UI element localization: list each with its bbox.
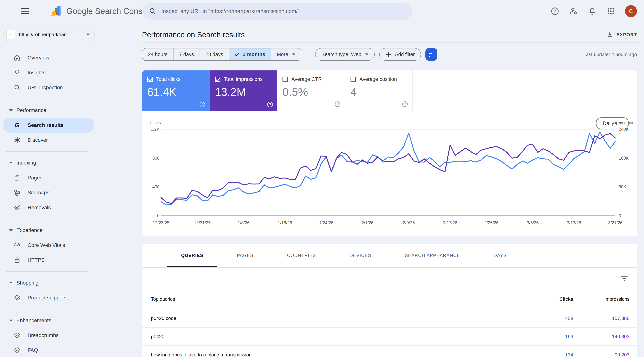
average-position-card[interactable]: Average position 4 ? [345, 70, 412, 111]
layers-icon [14, 332, 21, 339]
range-7-days[interactable]: 7 days [173, 48, 200, 60]
total-impressions-value: 13.2M [215, 86, 272, 98]
toolbar-divider [308, 48, 308, 61]
column-impressions[interactable]: Impressions [573, 296, 630, 302]
hamburger-menu-icon[interactable] [21, 8, 29, 14]
speedometer-icon [14, 242, 21, 249]
average-position-value: 4 [350, 86, 407, 98]
sidebar-item-insights[interactable]: Insights [0, 65, 98, 80]
sidebar-item-removals[interactable]: Removals [0, 200, 98, 215]
sidebar-item-product-snippets[interactable]: Product snippets [0, 290, 98, 305]
help-icon[interactable]: ? [335, 101, 340, 107]
tab-countries[interactable]: COUNTRIES [270, 244, 333, 267]
table-row[interactable]: p0420 166 140,803 [142, 328, 637, 346]
help-icon[interactable]: ? [550, 7, 560, 16]
property-favicon: ··· [6, 30, 15, 39]
sidebar-item-discover[interactable]: Discover [0, 133, 98, 148]
sidebar-item-overview[interactable]: Overview [0, 50, 98, 65]
total-impressions-card[interactable]: Total impressions 13.2M ? [210, 70, 277, 111]
search-console-logo-icon [52, 6, 61, 16]
notifications-bell-icon[interactable] [588, 7, 597, 16]
google-search-console-app: Google Search Console ? [0, 0, 644, 357]
property-selector[interactable]: ··· https://rohnertparktran... [3, 28, 95, 41]
asterisk-icon [14, 136, 21, 144]
tab-days[interactable]: DAYS [477, 244, 524, 267]
sidebar: ··· https://rohnertparktran... Overview … [0, 22, 98, 357]
section-collapse-icon [9, 320, 13, 322]
sidebar-divider [6, 271, 88, 272]
sidebar-item-search-results[interactable]: G Search results [2, 118, 94, 133]
svg-text:2/25/26: 2/25/26 [484, 220, 499, 225]
sidebar-section-experience[interactable]: Experience [0, 223, 98, 238]
sidebar-item-url-inspection[interactable]: URL inspection [0, 80, 98, 95]
help-icon[interactable]: ? [200, 102, 205, 107]
query-cell: how long does it take to replace a trans… [142, 352, 526, 357]
clicks-cell: 409 [526, 316, 573, 321]
svg-text:G: G [15, 122, 20, 128]
header-actions: ? C [550, 0, 644, 22]
clicks-cell: 134 [526, 352, 573, 357]
section-collapse-icon [9, 109, 13, 112]
svg-text:1/8/26: 1/8/26 [238, 220, 250, 225]
sidebar-section-enhancements[interactable]: Enhancements [0, 313, 98, 328]
sidebar-section-shopping[interactable]: Shopping [0, 276, 98, 290]
checkbox-checked-icon[interactable] [147, 76, 153, 82]
checkbox-unchecked-icon[interactable] [282, 76, 288, 82]
lock-icon [14, 256, 21, 264]
dimension-tabs: QUERIES PAGES COUNTRIES DEVICES SEARCH A… [142, 244, 637, 268]
average-ctr-value: 0.5% [282, 86, 340, 98]
tab-devices[interactable]: DEVICES [333, 244, 388, 267]
table-filter-icon[interactable] [621, 276, 628, 281]
table-row[interactable]: p0420 code 409 157,388 [142, 309, 637, 328]
checkbox-checked-icon[interactable] [215, 76, 220, 82]
tab-pages[interactable]: PAGES [220, 244, 270, 267]
column-clicks-sort[interactable]: ↓Clicks [526, 296, 573, 302]
help-icon[interactable]: ? [402, 101, 408, 107]
performance-chart-card: Total clicks 61.4K ? Total impressions 1… [142, 70, 637, 236]
date-range-segmented-control: 24 hours 7 days 28 days 3 months More [142, 48, 301, 61]
sidebar-item-pages[interactable]: Pages [0, 170, 98, 185]
chevron-down-icon [292, 54, 295, 56]
average-ctr-card[interactable]: Average CTR 0.5% ? [277, 70, 345, 111]
smart-filter-button[interactable] [426, 48, 437, 61]
sidebar-item-core-web-vitals[interactable]: Core Web Vitals [0, 238, 98, 253]
sidebar-item-https[interactable]: HTTPS [0, 253, 98, 268]
sidebar-item-sitemaps[interactable]: Sitemaps [0, 185, 98, 200]
range-more-dropdown[interactable]: More [271, 48, 301, 60]
export-button[interactable]: EXPORT [606, 31, 640, 38]
svg-text:?: ? [554, 9, 556, 14]
user-settings-icon[interactable] [569, 7, 578, 16]
check-icon [234, 52, 240, 56]
plus-icon [386, 52, 391, 57]
sidebar-section-indexing[interactable]: Indexing [0, 156, 98, 170]
last-update-text: Last update: 4 hours ago [583, 52, 640, 58]
sidebar-item-faq[interactable]: FAQ [0, 343, 98, 357]
search-type-filter[interactable]: Search type: Web [315, 48, 375, 61]
table-header-row: Top queries ↓Clicks Impressions [142, 289, 637, 309]
account-avatar[interactable]: C [625, 5, 637, 17]
tab-queries[interactable]: QUERIES [164, 244, 220, 267]
range-28-days[interactable]: 28 days [200, 48, 229, 60]
search-icon [149, 8, 156, 15]
total-clicks-card[interactable]: Total clicks 61.4K ? [142, 70, 210, 111]
range-3-months-selected[interactable]: 3 months [229, 48, 271, 60]
layers-icon [14, 346, 21, 354]
tab-search-appearance[interactable]: SEARCH APPEARANCE [388, 244, 477, 267]
clicks-cell: 166 [526, 334, 573, 340]
page-title: Performance on Search results [142, 30, 245, 39]
google-apps-grid-icon[interactable] [606, 7, 615, 16]
range-24-hours[interactable]: 24 hours [142, 48, 173, 60]
svg-text:2/1/26: 2/1/26 [362, 220, 374, 225]
url-inspection-searchbar[interactable] [142, 2, 412, 20]
sidebar-divider [6, 151, 88, 152]
dimensions-table-card: QUERIES PAGES COUNTRIES DEVICES SEARCH A… [142, 244, 637, 357]
table-row[interactable]: how long does it take to replace a trans… [142, 346, 637, 357]
sidebar-item-breadcrumbs[interactable]: Breadcrumbs [0, 328, 98, 343]
checkbox-unchecked-icon[interactable] [350, 76, 356, 82]
help-icon[interactable]: ? [267, 102, 273, 107]
sidebar-section-performance[interactable]: Performance [0, 103, 98, 118]
svg-text:160K: 160K [619, 156, 629, 160]
search-input[interactable] [161, 8, 406, 15]
add-filter-button[interactable]: Add filter [379, 48, 421, 61]
svg-text:400: 400 [152, 184, 160, 189]
